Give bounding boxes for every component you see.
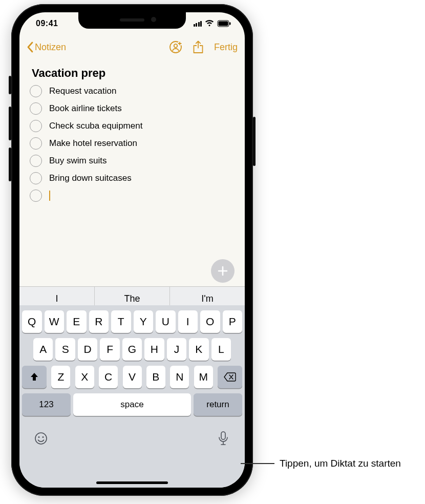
key-a[interactable]: A (33, 338, 53, 361)
side-button-vol-up (9, 107, 11, 140)
emoji-key[interactable] (33, 431, 49, 446)
done-button[interactable]: Fertig (214, 42, 238, 53)
key-p[interactable]: P (223, 310, 243, 333)
shift-icon (29, 372, 39, 382)
list-item-label: Buy swim suits (49, 156, 107, 166)
checkbox[interactable] (30, 155, 42, 167)
emoji-icon (34, 431, 48, 446)
phone-frame: 09:41 Notizen (11, 4, 253, 496)
list-item[interactable]: Request vacation (30, 85, 235, 97)
side-button-silence (9, 76, 11, 94)
key-m[interactable]: M (194, 366, 213, 388)
key-r[interactable]: R (89, 310, 109, 333)
share-icon[interactable] (193, 40, 204, 54)
key-z[interactable]: Z (51, 366, 70, 388)
add-button[interactable] (211, 259, 235, 283)
checkbox[interactable] (30, 190, 42, 202)
screen: 09:41 Notizen (19, 12, 245, 488)
svg-point-8 (42, 436, 44, 438)
chevron-left-icon (27, 41, 34, 53)
checkbox[interactable] (30, 137, 42, 150)
list-item[interactable]: Check scuba equipment (30, 120, 235, 132)
key-o[interactable]: O (200, 310, 220, 333)
checkbox[interactable] (30, 172, 42, 184)
numbers-key[interactable]: 123 (22, 393, 71, 416)
battery-icon (217, 20, 231, 27)
microphone-icon (217, 431, 229, 446)
side-button-power (253, 117, 256, 166)
callout: Tippen, um Diktat zu starten (241, 457, 401, 470)
list-item-label: Book airline tickets (49, 103, 122, 114)
shift-key[interactable] (22, 366, 47, 388)
notch (78, 12, 186, 29)
svg-point-7 (38, 436, 40, 438)
checkbox[interactable] (30, 85, 42, 97)
list-item[interactable]: Make hotel reservation (30, 137, 235, 150)
key-t[interactable]: T (111, 310, 131, 333)
plus-icon (217, 265, 229, 277)
backspace-key[interactable] (218, 366, 242, 388)
home-indicator[interactable] (96, 481, 168, 484)
key-l[interactable]: L (211, 338, 231, 361)
svg-point-4 (174, 44, 178, 48)
checkbox[interactable] (30, 120, 42, 132)
list-item-label: Bring down suitcases (49, 173, 132, 183)
key-n[interactable]: N (170, 366, 189, 388)
status-time: 09:41 (32, 19, 58, 28)
key-d[interactable]: D (78, 338, 97, 361)
key-s[interactable]: S (55, 338, 75, 361)
dictation-key[interactable] (216, 431, 231, 446)
key-v[interactable]: V (123, 366, 142, 388)
svg-rect-1 (219, 22, 228, 26)
key-g[interactable]: G (122, 338, 142, 361)
key-j[interactable]: J (167, 338, 186, 361)
key-i[interactable]: I (178, 310, 198, 333)
key-e[interactable]: E (67, 310, 87, 333)
list-item[interactable]: Bring down suitcases (30, 172, 235, 184)
list-item[interactable]: Book airline tickets (30, 102, 235, 115)
callout-label: Tippen, um Diktat zu starten (280, 457, 401, 470)
svg-point-6 (35, 433, 47, 444)
cellular-icon (194, 21, 202, 27)
checkbox[interactable] (30, 102, 42, 115)
back-label: Notizen (35, 42, 66, 53)
key-q[interactable]: Q (22, 310, 42, 333)
key-y[interactable]: Y (134, 310, 154, 333)
list-item-label: Check scuba equipment (49, 121, 142, 131)
note-title: Vacation prep (32, 67, 235, 80)
side-button-vol-down (9, 148, 11, 181)
back-button[interactable]: Notizen (27, 41, 66, 53)
key-b[interactable]: B (146, 366, 165, 388)
svg-rect-2 (229, 23, 231, 25)
list-item-label: Request vacation (49, 86, 116, 96)
key-f[interactable]: F (100, 338, 119, 361)
key-c[interactable]: C (99, 366, 118, 388)
checklist: Request vacation Book airline tickets Ch… (30, 85, 235, 202)
key-k[interactable]: K (189, 338, 208, 361)
keyboard: Q W E R T Y U I O P A S D F G H (19, 305, 245, 488)
key-x[interactable]: X (75, 366, 94, 388)
return-key[interactable]: return (194, 393, 242, 416)
text-cursor (49, 191, 50, 201)
space-key[interactable]: space (73, 393, 191, 416)
svg-rect-9 (221, 432, 225, 439)
collaborate-icon[interactable] (169, 40, 182, 54)
callout-line (241, 463, 274, 464)
list-item[interactable] (30, 190, 235, 202)
nav-bar: Notizen Fertig (19, 35, 245, 59)
key-w[interactable]: W (45, 310, 65, 333)
key-h[interactable]: H (144, 338, 164, 361)
key-u[interactable]: U (156, 310, 176, 333)
list-item[interactable]: Buy swim suits (30, 155, 235, 167)
list-item-label: Make hotel reservation (49, 138, 137, 149)
backspace-icon (224, 372, 236, 382)
wifi-icon (205, 20, 214, 27)
